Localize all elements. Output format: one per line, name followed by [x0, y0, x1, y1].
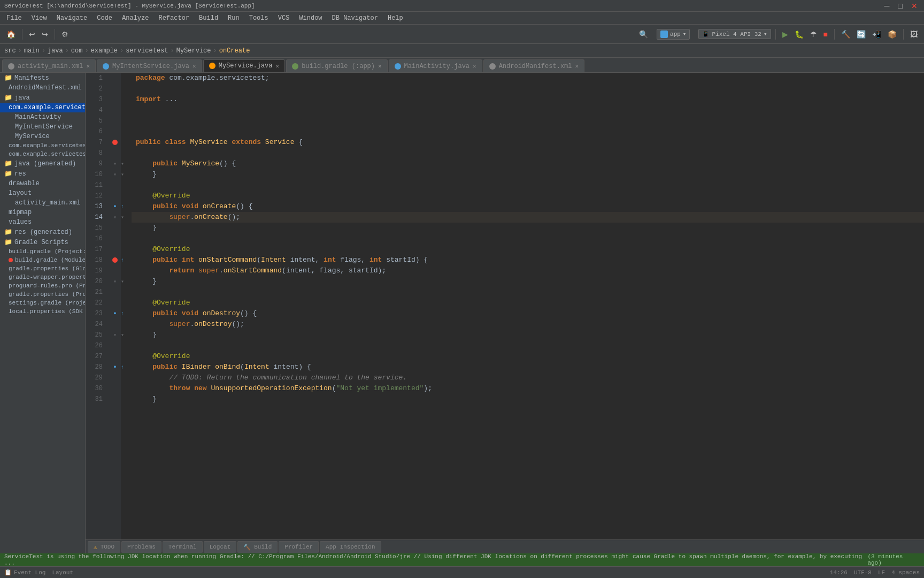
bottom-tab-todo[interactable]: ⚠ TODO	[88, 541, 120, 553]
status-line-ending[interactable]: LF	[878, 569, 885, 576]
status-spaces[interactable]: 4 spaces	[891, 569, 920, 576]
menu-navigate[interactable]: Navigate	[52, 13, 92, 23]
fold-indicator-9[interactable]: ▾	[113, 161, 117, 167]
debug-button[interactable]: 🐛	[792, 29, 806, 40]
menu-view[interactable]: View	[27, 13, 51, 23]
bottom-tab-build[interactable]: 🔨 Build	[237, 541, 278, 553]
tab-close-build-gradle[interactable]: ✕	[378, 63, 382, 70]
menu-code[interactable]: Code	[93, 13, 117, 23]
bottom-tab-logcat[interactable]: Logcat	[204, 541, 237, 553]
sidebar-item-manifests[interactable]: 📁Manifests	[0, 73, 85, 83]
sidebar-item-proguard[interactable]: proguard-rules.pro (ProGuard Rule	[0, 282, 85, 290]
sidebar-item-build-gradle-project[interactable]: build.gradle (Project: ServiceTest)	[0, 247, 85, 256]
menu-analyze[interactable]: Analyze	[118, 13, 153, 23]
tab-mainactivity[interactable]: MainActivity.java ✕	[389, 59, 482, 72]
fold-indicator-14[interactable]: ▾	[113, 214, 117, 220]
fold-20[interactable]: ▾	[121, 278, 124, 285]
bottom-tab-profiler[interactable]: Profiler	[279, 541, 319, 553]
close-button[interactable]: ✕	[909, 1, 920, 11]
tab-close-myintentservice[interactable]: ✕	[192, 63, 196, 70]
fold-10[interactable]: ▾	[121, 171, 124, 178]
toolbar-undo[interactable]: ↩	[27, 29, 37, 40]
sidebar-item-drawable[interactable]: drawable	[0, 179, 85, 188]
breadcrumb-servicetest[interactable]: servicetest	[126, 47, 168, 55]
menu-db-navigator[interactable]: DB Navigator	[328, 13, 382, 23]
tab-activity-main-xml[interactable]: activity_main.xml ✕	[2, 59, 96, 72]
sidebar-item-settings-gradle[interactable]: settings.gradle (Project Settings)	[0, 299, 85, 307]
breadcrumb-com[interactable]: com	[71, 47, 83, 55]
breadcrumb-src[interactable]: src	[4, 47, 16, 55]
code-content[interactable]: package com.example.servicetest; import …	[132, 73, 924, 539]
fold-indicator-10[interactable]: ▾	[113, 171, 117, 178]
menu-tools[interactable]: Tools	[245, 13, 273, 23]
toolbar-sync[interactable]: 🔄	[854, 29, 868, 40]
breadcrumb-main[interactable]: main	[24, 47, 40, 55]
menu-vcs[interactable]: VCS	[274, 13, 294, 23]
sidebar-item-gradle-properties[interactable]: gradle.properties (Project Propertie	[0, 290, 85, 299]
device-dropdown[interactable]: 📱 Pixel 4 API 32 ▾	[698, 29, 771, 39]
status-layout[interactable]: Layout	[52, 569, 73, 576]
tab-myservice[interactable]: MyService.java ✕	[203, 59, 285, 72]
menu-refactor[interactable]: Refactor	[154, 13, 194, 23]
breadcrumb-myservice[interactable]: MyService	[176, 47, 211, 55]
toolbar-project-icon[interactable]: 🏠	[4, 29, 18, 40]
toolbar-build[interactable]: 🔨	[839, 29, 852, 40]
menu-window[interactable]: Window	[295, 13, 326, 23]
bottom-tab-terminal[interactable]: Terminal	[163, 541, 203, 553]
tab-close-androidmanifest[interactable]: ✕	[575, 63, 579, 70]
code-area[interactable]: 1 2 3 4 5 6 7 8 9 10 11 12 13 14 15 16 1…	[86, 73, 924, 539]
sidebar-item-package-test[interactable]: com.example.servicetest (test)	[0, 150, 85, 158]
tab-close-mainactivity[interactable]: ✕	[473, 63, 476, 70]
sidebar-item-res[interactable]: 📁res	[0, 169, 85, 179]
fold-9[interactable]: ▾	[121, 161, 124, 167]
run-button[interactable]: ▶	[780, 29, 790, 40]
sidebar-item-androidmanifest[interactable]: AndroidManifest.xml	[0, 83, 85, 93]
toolbar-settings[interactable]: ⚙	[59, 29, 71, 40]
menu-run[interactable]: Run	[224, 13, 244, 23]
bottom-tab-appinspection[interactable]: App Inspection	[320, 541, 381, 553]
sidebar-item-activity-main-xml[interactable]: activity_main.xml	[0, 198, 85, 208]
sidebar-item-java-folder[interactable]: 📁java	[0, 93, 85, 103]
tab-androidmanifest[interactable]: AndroidManifest.xml ✕	[483, 59, 584, 72]
toolbar-layout-editor[interactable]: 🖼	[908, 29, 920, 40]
sidebar-item-gradle-scripts[interactable]: 📁Gradle Scripts	[0, 237, 85, 247]
status-encoding[interactable]: UTF-8	[854, 569, 872, 576]
sidebar-item-res-generated[interactable]: 📁res (generated)	[0, 227, 85, 237]
fold-25[interactable]: ▾	[121, 332, 124, 338]
menu-file[interactable]: File	[2, 13, 26, 23]
fold-indicator-25[interactable]: ▾	[113, 332, 117, 338]
run-with-coverage[interactable]: ☂	[808, 29, 819, 40]
tab-close-myservice[interactable]: ✕	[276, 63, 280, 70]
sidebar-item-values[interactable]: values	[0, 217, 85, 227]
toolbar-search[interactable]: 🔍	[637, 29, 650, 40]
minimize-button[interactable]: ─	[882, 1, 892, 11]
maximize-button[interactable]: □	[896, 1, 905, 11]
breadcrumb-oncreate[interactable]: onCreate	[219, 47, 250, 55]
toolbar-avd[interactable]: 📲	[870, 29, 883, 40]
sidebar-item-myintentservice[interactable]: MyIntentService	[0, 122, 85, 132]
toolbar-sdk[interactable]: 📦	[886, 29, 899, 40]
sidebar-item-mainactivity[interactable]: MainActivity	[0, 112, 85, 122]
sidebar-item-layout[interactable]: layout	[0, 188, 85, 198]
bottom-tab-problems[interactable]: Problems	[121, 541, 161, 553]
sidebar-item-package[interactable]: com.example.servicetest	[0, 103, 85, 112]
sidebar-item-package-android[interactable]: com.example.servicetest (android	[0, 141, 85, 150]
breadcrumb-java[interactable]: java	[48, 47, 63, 55]
status-event-log[interactable]: 📋 Event Log	[4, 569, 45, 576]
stop-button[interactable]: ■	[821, 29, 830, 40]
sidebar-item-gradle-properties-global[interactable]: gradle.properties (Global Properties)	[0, 264, 85, 273]
fold-indicator-20[interactable]: ▾	[113, 278, 117, 285]
app-dropdown[interactable]: app ▾	[657, 29, 690, 40]
sidebar-item-local-properties[interactable]: local.properties (SDK Location)	[0, 307, 85, 316]
sidebar-item-mipmap[interactable]: mipmap	[0, 208, 85, 217]
menu-build[interactable]: Build	[195, 13, 222, 23]
toolbar-redo[interactable]: ↪	[40, 29, 50, 40]
tab-close-activity-main[interactable]: ✕	[86, 63, 90, 70]
breadcrumb-example[interactable]: example	[91, 47, 118, 55]
sidebar-item-gradle-wrapper[interactable]: gradle-wrapper.properties (Gradle	[0, 273, 85, 282]
sidebar-item-java-generated[interactable]: 📁java (generated)	[0, 158, 85, 169]
sidebar-item-myservice[interactable]: MyService	[0, 132, 85, 141]
status-time[interactable]: 14:26	[830, 569, 848, 576]
sidebar-item-build-gradle-module[interactable]: build.gradle (Module: ServiceTest.a	[0, 256, 85, 264]
fold-14[interactable]: ▾	[121, 214, 124, 220]
